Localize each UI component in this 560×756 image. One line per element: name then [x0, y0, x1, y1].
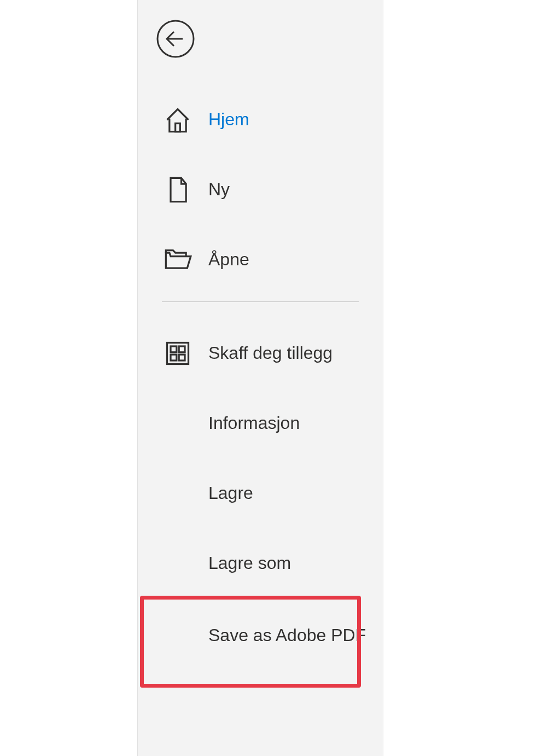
- menu-label: Lagre: [208, 482, 253, 505]
- svg-rect-2: [176, 124, 180, 132]
- menu-item-save-adobe-pdf[interactable]: Save as Adobe PDF: [138, 598, 383, 673]
- menu-item-save[interactable]: Lagre: [138, 458, 383, 528]
- menu-divider: [162, 301, 359, 302]
- empty-icon-slot: [164, 479, 192, 508]
- empty-icon-slot: [164, 621, 192, 650]
- menu-label: Save as Adobe PDF: [208, 624, 366, 647]
- folder-open-icon: [164, 246, 192, 274]
- menu-item-info[interactable]: Informasjon: [138, 388, 383, 458]
- empty-icon-slot: [164, 409, 192, 438]
- menu-item-home[interactable]: Hjem: [138, 85, 383, 155]
- menu-label: Lagre som: [208, 552, 291, 575]
- svg-rect-6: [171, 354, 177, 360]
- menu-label: Skaff deg tillegg: [208, 342, 332, 365]
- addins-icon: [164, 339, 192, 368]
- svg-rect-7: [179, 354, 185, 360]
- menu-label: Åpne: [208, 248, 249, 271]
- menu-item-addins[interactable]: Skaff deg tillegg: [138, 318, 383, 388]
- menu-label: Ny: [208, 178, 230, 201]
- svg-rect-4: [171, 346, 177, 352]
- back-button[interactable]: [156, 21, 195, 59]
- back-arrow-icon: [156, 20, 195, 60]
- new-file-icon: [164, 176, 192, 204]
- empty-icon-slot: [164, 549, 192, 578]
- file-menu-sidebar: Hjem Ny Åpne: [137, 0, 383, 756]
- menu-label: Hjem: [208, 108, 249, 131]
- menu-item-save-as[interactable]: Lagre som: [138, 528, 383, 598]
- svg-rect-5: [179, 346, 185, 352]
- menu-list: Hjem Ny Åpne: [138, 85, 383, 673]
- menu-item-open[interactable]: Åpne: [138, 225, 383, 295]
- menu-label: Informasjon: [208, 412, 300, 435]
- home-icon: [164, 106, 192, 134]
- menu-item-new[interactable]: Ny: [138, 155, 383, 225]
